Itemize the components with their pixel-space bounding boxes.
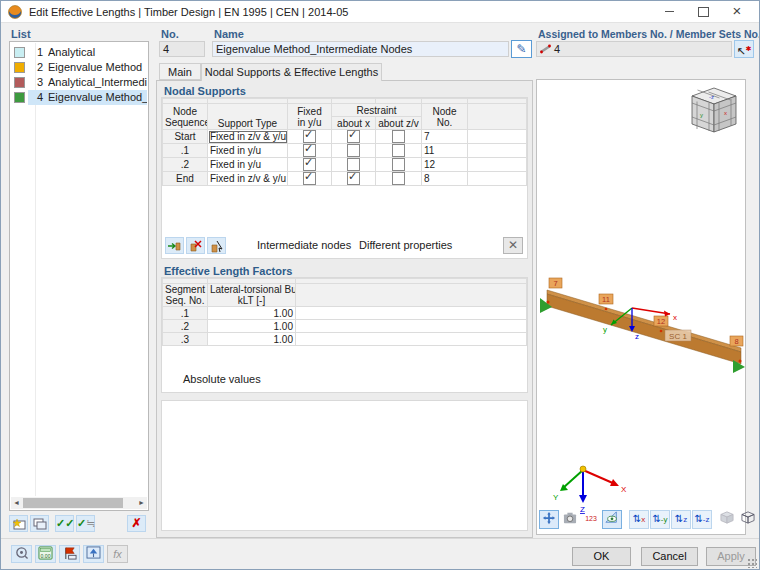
perspective-view-button[interactable] xyxy=(738,510,758,529)
view-z-button[interactable]: ⇅z xyxy=(671,510,691,529)
about-zv-cell[interactable] xyxy=(376,144,422,158)
display-settings-button[interactable] xyxy=(83,545,104,563)
support-type-dropdown[interactable]: Fixed in y/u xyxy=(208,158,288,172)
comment-button[interactable] xyxy=(59,545,80,563)
timber-beam[interactable] xyxy=(540,290,745,373)
3d-scene: -z y x 7 11 12 xyxy=(537,80,745,534)
fixed-yu-cell[interactable] xyxy=(288,172,332,186)
about-zv-cell[interactable] xyxy=(376,158,422,172)
list-item-label: Eigenvalue Method xyxy=(48,60,147,75)
camera-icon xyxy=(563,511,577,524)
checkbox[interactable] xyxy=(392,130,405,143)
select-nodal-support-button[interactable] xyxy=(207,237,226,254)
rename-button[interactable]: ✎ xyxy=(511,40,532,58)
node-no-cell[interactable]: 7 xyxy=(422,130,468,144)
checkbox[interactable] xyxy=(347,144,360,157)
about-x-cell[interactable] xyxy=(332,130,376,144)
effective-length-factors-title: Effective Length Factors xyxy=(164,265,292,277)
svg-text:11: 11 xyxy=(602,295,610,304)
3d-viewport[interactable]: -z y x 7 11 12 xyxy=(536,79,746,535)
svg-text:SC 1: SC 1 xyxy=(669,332,687,341)
render-photo-button[interactable] xyxy=(560,510,580,529)
pan-view-button[interactable] xyxy=(539,510,559,529)
select-all-button[interactable]: ✓✓ xyxy=(55,515,74,532)
color-swatch xyxy=(14,92,25,103)
klt-value-cell[interactable]: 1.00 xyxy=(208,333,296,346)
list-horizontal-scrollbar[interactable]: ◄ ► xyxy=(11,497,147,509)
new-list-entry-button[interactable] xyxy=(9,515,28,532)
solid-box-icon xyxy=(720,511,734,524)
close-button[interactable]: × xyxy=(723,1,751,23)
checkbox[interactable] xyxy=(347,172,360,185)
checkbox[interactable] xyxy=(347,130,360,143)
new-entry-icon xyxy=(12,518,26,530)
svg-text:x: x xyxy=(673,313,677,322)
fixed-yu-cell[interactable] xyxy=(288,130,332,144)
list-item-eigenvalue-method[interactable]: 2 Eigenvalue Method xyxy=(11,60,147,75)
member-icon xyxy=(540,44,551,54)
tab-nodal-supports[interactable]: Nodal Supports & Effective Lengths xyxy=(201,63,382,81)
svg-text:z: z xyxy=(635,332,639,341)
list-item-analytical-intermediate[interactable]: 3 Analytical_Intermediate Nodes xyxy=(11,75,147,90)
navigation-cube-icon[interactable]: -z y x xyxy=(692,88,736,132)
formula-button: fx xyxy=(107,545,128,563)
list-item-eigenvalue-intermediate[interactable]: 4 Eigenvalue Method_Intermediate No xyxy=(11,90,147,105)
render-solid-button[interactable] xyxy=(717,510,737,529)
checkbox[interactable] xyxy=(392,158,405,171)
about-zv-cell[interactable] xyxy=(376,130,422,144)
checkbox[interactable] xyxy=(303,158,316,171)
resize-grip[interactable] xyxy=(747,558,757,568)
list-item-analytical[interactable]: 1 Analytical xyxy=(11,45,147,60)
assigned-members-field[interactable]: 4 xyxy=(536,41,732,57)
tab-main[interactable]: Main xyxy=(159,63,201,80)
checkbox[interactable] xyxy=(392,172,405,185)
about-x-cell[interactable] xyxy=(332,172,376,186)
close-icon: × xyxy=(733,2,742,19)
view-x-button[interactable]: ⇅x xyxy=(629,510,649,529)
support-type-dropdown[interactable]: Fixed in z/v & y/u & t... xyxy=(208,130,288,144)
program-options-button[interactable] xyxy=(11,545,32,563)
cancel-button[interactable]: Cancel xyxy=(641,547,698,566)
support-type-dropdown[interactable]: Fixed in z/v & y/u & t... xyxy=(208,172,288,186)
ok-button[interactable]: OK xyxy=(572,547,631,566)
select-members-button[interactable]: ↖✱ xyxy=(734,40,754,58)
checkbox[interactable] xyxy=(392,144,405,157)
klt-value-cell[interactable]: 1.00 xyxy=(208,320,296,333)
scroll-right-icon[interactable]: ► xyxy=(136,497,147,509)
minimize-button[interactable] xyxy=(655,1,683,23)
view-isometric-button[interactable]: ⇅-z xyxy=(692,510,712,529)
support-row-2: .2 Fixed in y/u 12 xyxy=(163,158,527,172)
checkbox[interactable] xyxy=(303,144,316,157)
scroll-left-icon[interactable]: ◄ xyxy=(11,497,22,509)
no-field: 4 xyxy=(159,41,205,57)
delete-nodal-support-button[interactable] xyxy=(186,237,205,254)
node-no-cell[interactable]: 8 xyxy=(422,172,468,186)
name-input[interactable]: Eigenvalue Method_Intermediate Nodes xyxy=(212,41,509,57)
display-properties-button[interactable] xyxy=(602,510,622,529)
checkbox[interactable] xyxy=(347,158,360,171)
absolute-values-label: Absolute values xyxy=(183,373,261,385)
insert-nodal-support-button[interactable] xyxy=(165,237,184,254)
node-no-cell[interactable]: 11 xyxy=(422,144,468,158)
scrollbar-thumb[interactable] xyxy=(23,498,123,508)
clear-supports-button[interactable]: ✕ xyxy=(503,237,523,254)
view-minus-y-button[interactable]: ⇅-y xyxy=(650,510,670,529)
about-zv-cell[interactable] xyxy=(376,172,422,186)
about-x-cell[interactable] xyxy=(332,144,376,158)
checkbox[interactable] xyxy=(303,130,316,143)
delete-list-entry-button[interactable]: ✗ xyxy=(127,515,146,532)
updown-arrow-icon: ⇅ xyxy=(675,513,683,524)
show-numbering-button[interactable]: 123 xyxy=(581,510,601,529)
fixed-yu-cell[interactable] xyxy=(288,158,332,172)
fixed-yu-cell[interactable] xyxy=(288,144,332,158)
node-no-cell[interactable]: 12 xyxy=(422,158,468,172)
maximize-button[interactable] xyxy=(689,1,717,23)
support-type-dropdown[interactable]: Fixed in y/u xyxy=(208,144,288,158)
color-swatch xyxy=(14,62,25,73)
about-x-cell[interactable] xyxy=(332,158,376,172)
checkbox[interactable] xyxy=(303,172,316,185)
copy-list-entry-button[interactable] xyxy=(30,515,49,532)
units-settings-button[interactable]: 0.00 xyxy=(35,545,56,563)
toggle-selection-button[interactable]: ✓≒ xyxy=(76,515,95,532)
klt-value-cell[interactable]: 1.00 xyxy=(208,307,296,320)
